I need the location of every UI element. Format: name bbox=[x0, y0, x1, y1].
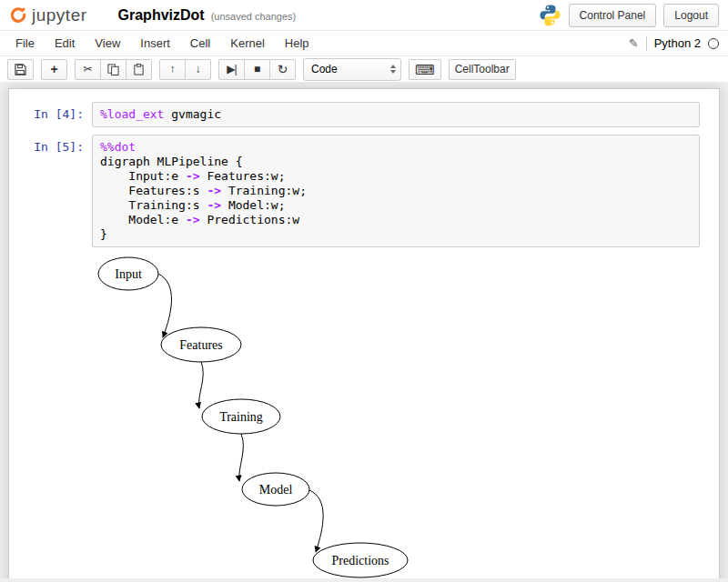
jupyter-logo[interactable]: jupyter bbox=[9, 5, 87, 25]
code-cell: In [4]: %load_ext gvmagic bbox=[9, 98, 719, 131]
menu-file[interactable]: File bbox=[5, 32, 45, 55]
restart-icon: ↻ bbox=[278, 63, 288, 75]
keyboard-icon: ⌨ bbox=[415, 63, 435, 76]
arrow-up-icon: ↑ bbox=[170, 64, 176, 75]
operator-token: -> bbox=[207, 184, 221, 197]
kernel-name: Python 2 bbox=[654, 36, 701, 50]
copy-icon bbox=[107, 64, 119, 75]
code-cell: In [5]: %%dot digraph MLPipeline { Input… bbox=[9, 131, 719, 251]
cell-type-select[interactable]: Code bbox=[303, 58, 401, 81]
input-prompt: In [4]: bbox=[9, 102, 92, 127]
code-text: Model:w; bbox=[221, 198, 285, 212]
edit-mode-icon: ✎ bbox=[629, 36, 639, 50]
operator-token: -> bbox=[186, 169, 200, 183]
graph-node-model: Model bbox=[242, 473, 309, 506]
header: jupyter GraphvizDot (unsaved changes) Co… bbox=[0, 0, 728, 31]
restart-kernel-button[interactable]: ↻ bbox=[269, 59, 296, 80]
menu-edit[interactable]: Edit bbox=[45, 32, 85, 55]
plus-icon: + bbox=[50, 63, 57, 75]
save-icon bbox=[15, 64, 26, 75]
code-text: Input:e bbox=[100, 169, 186, 183]
menu-insert[interactable]: Insert bbox=[130, 32, 180, 55]
operator-token: -> bbox=[186, 213, 200, 226]
graph-output: Input Features Training Model Prediction… bbox=[92, 253, 420, 578]
code-text: Features:w; bbox=[200, 169, 286, 183]
command-palette-button[interactable]: ⌨ bbox=[409, 59, 441, 80]
run-icon: ▶| bbox=[227, 64, 236, 75]
arrow-down-icon: ↓ bbox=[196, 64, 201, 75]
code-cell-input[interactable]: %load_ext gvmagic bbox=[92, 102, 700, 127]
menu-kernel[interactable]: Kernel bbox=[220, 32, 275, 55]
menu-cell[interactable]: Cell bbox=[180, 32, 220, 55]
code-cell-input[interactable]: %%dot digraph MLPipeline { Input:e -> Fe… bbox=[92, 135, 700, 247]
input-prompt: In [5]: bbox=[9, 135, 92, 247]
run-cell-button[interactable]: ▶| bbox=[218, 59, 245, 80]
cell-toolbar-button[interactable]: CellToolbar bbox=[449, 59, 516, 80]
graph-node-input: Input bbox=[98, 257, 158, 290]
code-text: Model:e bbox=[100, 213, 186, 226]
move-down-button[interactable]: ↓ bbox=[185, 59, 211, 80]
stop-icon: ■ bbox=[254, 64, 260, 75]
autosave-status: (unsaved changes) bbox=[211, 11, 297, 22]
notebook-container: In [4]: %load_ext gvmagic In [5]: %%dot … bbox=[8, 88, 720, 578]
move-up-button[interactable]: ↑ bbox=[159, 59, 186, 80]
graph-node-features: Features bbox=[161, 327, 241, 362]
graph-edge-input-features bbox=[158, 274, 172, 337]
menu-divider bbox=[646, 36, 647, 51]
magic-token: %%dot bbox=[100, 140, 136, 154]
svg-text:Features: Features bbox=[179, 338, 222, 352]
code-text: Training:w; bbox=[221, 184, 307, 197]
graph-node-training: Training bbox=[202, 399, 280, 434]
kernel-idle-icon bbox=[708, 38, 719, 49]
cut-cell-button[interactable]: ✂ bbox=[75, 59, 101, 80]
code-text: Features:s bbox=[100, 184, 207, 197]
paste-cell-button[interactable] bbox=[126, 59, 152, 80]
svg-text:Model: Model bbox=[259, 483, 293, 497]
code-text: Training:s bbox=[100, 198, 207, 212]
jupyter-swirl-icon bbox=[9, 6, 27, 25]
menu-view[interactable]: View bbox=[85, 32, 130, 55]
control-panel-button[interactable]: Control Panel bbox=[569, 4, 657, 27]
svg-text:Predictions: Predictions bbox=[332, 554, 389, 567]
code-text: gvmagic bbox=[164, 107, 221, 121]
graph-edge-features-training bbox=[199, 362, 204, 408]
copy-cell-button[interactable] bbox=[100, 59, 126, 80]
menu-help[interactable]: Help bbox=[275, 32, 319, 55]
magic-token: %load_ext bbox=[100, 107, 164, 121]
stop-kernel-button[interactable]: ■ bbox=[244, 59, 270, 80]
toolbar: + ✂ ↑ ↓ ▶| ■ bbox=[0, 56, 728, 82]
menubar: File Edit View Insert Cell Kernel Help ✎… bbox=[0, 31, 728, 56]
logout-button[interactable]: Logout bbox=[663, 4, 719, 27]
notebook-title[interactable]: GraphvizDot bbox=[118, 7, 205, 24]
cut-icon: ✂ bbox=[83, 64, 92, 75]
cell-type-value: Code bbox=[311, 63, 390, 75]
svg-text:Training: Training bbox=[219, 410, 263, 424]
graph-edge-training-model bbox=[239, 434, 244, 481]
add-cell-button[interactable]: + bbox=[41, 59, 67, 80]
code-text: digraph MLPipeline { bbox=[100, 155, 243, 168]
cell-output: Input Features Training Model Prediction… bbox=[9, 253, 719, 578]
code-text: } bbox=[100, 227, 107, 241]
python-icon bbox=[539, 4, 561, 26]
select-arrows-icon bbox=[390, 65, 396, 74]
notebook-area: In [4]: %load_ext gvmagic In [5]: %%dot … bbox=[0, 82, 728, 578]
save-button[interactable] bbox=[7, 59, 34, 80]
paste-icon bbox=[133, 64, 145, 75]
output-prompt-spacer bbox=[9, 253, 92, 578]
graph-node-predictions: Predictions bbox=[313, 543, 408, 577]
operator-token: -> bbox=[207, 198, 221, 212]
jupyter-logo-text: jupyter bbox=[32, 5, 87, 25]
graph-edge-model-predictions bbox=[309, 490, 323, 552]
code-text: Predictions:w bbox=[200, 213, 300, 226]
svg-text:Input: Input bbox=[115, 267, 142, 281]
